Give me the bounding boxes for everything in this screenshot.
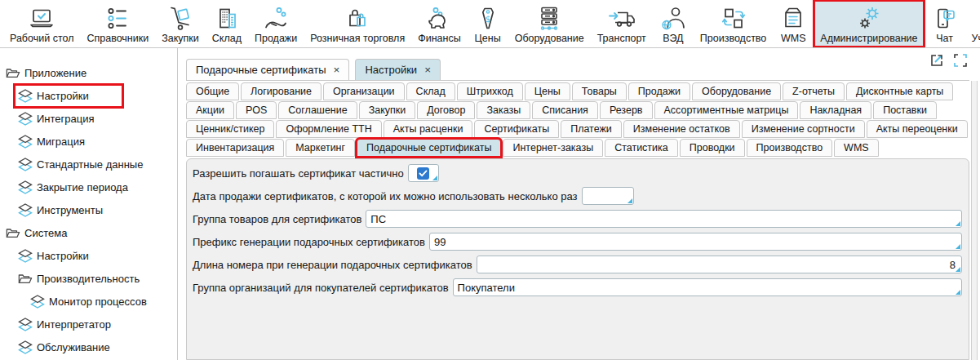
toolbar-item-equipment[interactable]: Оборудование: [508, 0, 591, 47]
reference-list-icon: [104, 5, 131, 32]
popout-icon[interactable]: [929, 52, 945, 69]
toolbar-item-prices[interactable]: $ Цены: [468, 0, 508, 47]
certificate-sale-date-input[interactable]: [583, 189, 633, 203]
tab-spisaniya[interactable]: Списания: [532, 101, 598, 119]
sidebar-item-maintenance[interactable]: Обслуживание: [0, 336, 177, 358]
close-icon[interactable]: ×: [333, 64, 339, 76]
sidebar-item-period-closing[interactable]: Закрытие периода: [0, 176, 177, 198]
tab-diskontnye-karty[interactable]: Дисконтные карты: [846, 82, 953, 100]
tab-oformlenie-ttn[interactable]: Оформление ТТН: [276, 120, 381, 138]
warehouse-icon: [213, 5, 241, 32]
tab-akty-rastsenki[interactable]: Акты расценки: [384, 120, 473, 138]
tab-izmenenie-ostatkov[interactable]: Изменение остатков: [623, 120, 740, 138]
tab-rezerv[interactable]: Резерв: [600, 101, 653, 119]
toolbar-item-label: Администрирование: [820, 33, 917, 44]
toolbar-item-account[interactable]: Учётная: [965, 0, 980, 47]
doc-tab-gift-certificates[interactable]: Подарочные сертификаты ×: [186, 59, 349, 80]
tab-sklad[interactable]: Склад: [406, 82, 455, 100]
field-label: Разрешить погашать сертификат частично: [193, 167, 404, 180]
sidebar-item-label: Настройки: [37, 90, 89, 102]
toolbar-item-desktop[interactable]: Рабочий стол: [3, 0, 80, 47]
right-splitter[interactable]: [971, 81, 978, 360]
toolbar-item-label: Склад: [212, 33, 242, 44]
tab-prodazhi[interactable]: Продажи: [628, 82, 690, 100]
sidebar-item-process-monitor[interactable]: Монитор процессов: [0, 290, 177, 313]
tab-tseny[interactable]: Цены: [525, 82, 570, 100]
tab-z-otchety[interactable]: Z-отчеты: [783, 82, 845, 100]
tab-sertifikaty[interactable]: Сертификаты: [474, 120, 559, 138]
sidebar-item-settings[interactable]: Настройки: [0, 84, 177, 107]
tab-oborudovanie[interactable]: Оборудование: [692, 82, 781, 100]
toolbar-item-finance[interactable]: Финансы: [411, 0, 467, 47]
close-icon[interactable]: ×: [424, 64, 431, 76]
tab-statistika[interactable]: Статистика: [605, 139, 678, 157]
phone-chat-icon: [931, 5, 959, 32]
tab-wms[interactable]: WMS: [834, 139, 879, 157]
sidebar-item-performance[interactable]: Производительность: [0, 267, 177, 290]
sidebar-item-interpreter[interactable]: Интерпретатор: [0, 313, 177, 336]
tab-zakazy[interactable]: Заказы: [477, 101, 530, 119]
tab-organizatsii[interactable]: Организации: [323, 82, 405, 100]
toolbar-item-label: Цены: [475, 33, 501, 44]
toolbar-item-label: Закупки: [162, 33, 199, 44]
product-group-input[interactable]: [366, 211, 961, 226]
toolbar-item-wms[interactable]: WMS: [773, 0, 814, 47]
tab-internet-zakazy[interactable]: Интернет-заказы: [503, 139, 603, 157]
tab-zakupki[interactable]: Закупки: [359, 101, 416, 119]
sidebar-item-label: Стандартные данные: [37, 158, 143, 171]
tab-proizvodstvo[interactable]: Производство: [747, 139, 833, 157]
tab-izmenenie-sortnosti[interactable]: Изменение сортности: [742, 120, 865, 138]
toolbar-item-administration[interactable]: Администрирование: [814, 0, 924, 47]
field-certificate-sale-date: Дата продажи сертификатов, с которой их …: [193, 184, 962, 207]
tab-aktsii[interactable]: Акции: [186, 101, 234, 119]
fullscreen-icon[interactable]: [952, 52, 969, 69]
sidebar-item-integration[interactable]: Интеграция: [0, 107, 177, 130]
toolbar-item-ved[interactable]: ВЭД: [653, 0, 694, 47]
tab-soglashenie[interactable]: Соглашение: [278, 101, 357, 119]
person-lock-icon: [977, 5, 980, 32]
form-icon: [18, 203, 33, 217]
toolbar-item-label: Продажи: [255, 33, 297, 44]
sidebar-item-tools[interactable]: Инструменты: [0, 198, 177, 221]
tab-logirovanie[interactable]: Логирование: [241, 82, 321, 100]
tab-assortimentnye-matritsy[interactable]: Ассортиментные матрицы: [654, 101, 799, 119]
toolbar-item-retail[interactable]: Розничная торговля: [304, 0, 411, 47]
tab-pos[interactable]: POS: [236, 101, 277, 119]
sidebar-item-system-settings[interactable]: Настройки: [0, 244, 177, 267]
folder-icon: [18, 272, 33, 286]
sidebar-item-migration[interactable]: Миграция: [0, 130, 177, 153]
settings-tab-row-4: Инвентаризация Маркетинг Подарочные серт…: [186, 139, 969, 157]
toolbar-item-production[interactable]: Производство: [694, 0, 774, 47]
doc-tab-settings[interactable]: Настройки ×: [355, 59, 441, 80]
buyers-org-group-input[interactable]: [454, 280, 961, 295]
field-product-group: Группа товаров для сертификатов: [193, 207, 962, 230]
form-icon: [18, 249, 33, 263]
tab-obshchie[interactable]: Общие: [186, 82, 239, 100]
number-length-input[interactable]: [477, 257, 961, 272]
tab-provodki[interactable]: Проводки: [680, 139, 745, 157]
tab-nakladnaya[interactable]: Накладная: [800, 101, 871, 119]
toolbar-item-purchases[interactable]: Закупки: [155, 0, 206, 47]
tab-postavki[interactable]: Поставки: [873, 101, 937, 119]
tab-shtrikhkod[interactable]: Штрихкод: [457, 82, 523, 100]
tab-podarochnye-sertifikaty[interactable]: Подарочные сертификаты: [357, 139, 501, 157]
toolbar-item-sales[interactable]: Продажи: [248, 0, 304, 47]
tab-tovary[interactable]: Товары: [572, 82, 627, 100]
sidebar-item-system[interactable]: Система: [0, 221, 177, 244]
tab-dogovor[interactable]: Договор: [417, 101, 475, 119]
sidebar-item-application[interactable]: Приложение: [0, 61, 177, 84]
tab-platezhi[interactable]: Платежи: [561, 120, 622, 138]
toolbar-item-warehouse[interactable]: Склад: [206, 0, 248, 47]
toolbar-item-chat[interactable]: Чат: [925, 0, 965, 47]
tab-akty-pereotsenki[interactable]: Акты переоценки: [867, 120, 968, 138]
form-icon: [18, 112, 33, 126]
sidebar-item-standard-data[interactable]: Стандартные данные: [0, 153, 177, 176]
tab-marketing[interactable]: Маркетинг: [286, 139, 355, 157]
allow-partial-redeem-checkbox[interactable]: [408, 164, 439, 182]
toolbar-item-transport[interactable]: Транспорт: [591, 0, 653, 47]
tab-tsennik-stiker[interactable]: Ценник/стикер: [186, 120, 274, 138]
generation-prefix-input[interactable]: [430, 234, 961, 249]
tab-inventarizatsiya[interactable]: Инвентаризация: [186, 139, 284, 157]
toolbar-item-references[interactable]: Справочники: [80, 0, 155, 47]
folder-icon: [6, 66, 20, 80]
